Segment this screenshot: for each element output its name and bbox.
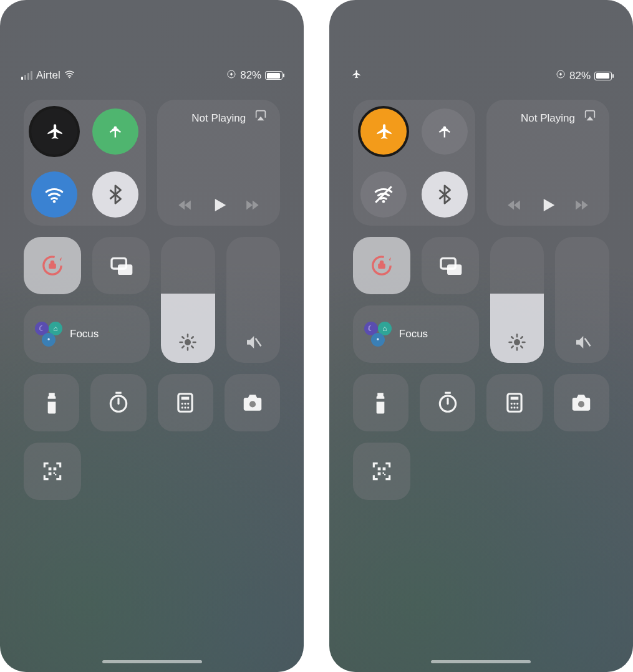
antenna-icon xyxy=(434,121,455,142)
control-center-screenshot-before: Airtel 82% xyxy=(0,0,304,672)
bluetooth-icon xyxy=(105,184,126,205)
bluetooth-toggle[interactable] xyxy=(422,171,468,218)
timer-icon xyxy=(107,391,130,415)
airplane-status-icon xyxy=(350,69,362,83)
brightness-icon xyxy=(490,333,544,352)
wifi-status-icon xyxy=(64,69,75,82)
home-indicator[interactable] xyxy=(431,660,531,663)
airplay-icon[interactable] xyxy=(583,108,597,125)
airplay-icon[interactable] xyxy=(254,108,268,125)
calculator-icon xyxy=(173,391,197,415)
rotation-lock-toggle[interactable] xyxy=(24,237,81,294)
volume-mute-icon xyxy=(226,333,281,352)
focus-label: Focus xyxy=(70,328,99,340)
status-bar: Airtel 82% xyxy=(0,69,304,82)
screen-mirroring-button[interactable] xyxy=(422,237,479,294)
cellular-data-toggle[interactable] xyxy=(92,108,138,155)
brightness-slider[interactable] xyxy=(161,237,215,363)
camera-icon xyxy=(569,391,593,415)
camera-icon xyxy=(241,391,264,415)
qr-scanner-button[interactable] xyxy=(24,443,81,500)
qr-scan-icon xyxy=(41,459,64,483)
rotation-lock-icon xyxy=(369,253,394,278)
bluetooth-toggle[interactable] xyxy=(92,171,138,218)
calculator-button[interactable] xyxy=(486,374,542,431)
calculator-icon xyxy=(503,391,526,415)
rotation-lock-toggle[interactable] xyxy=(353,237,410,294)
flashlight-icon xyxy=(369,391,392,415)
screen-mirroring-button[interactable] xyxy=(92,237,150,294)
focus-label: Focus xyxy=(399,328,428,340)
volume-slider[interactable] xyxy=(555,237,609,363)
airplane-icon xyxy=(373,121,394,142)
volume-slider[interactable] xyxy=(226,237,281,363)
calculator-button[interactable] xyxy=(158,374,213,431)
next-track-button[interactable] xyxy=(574,197,591,216)
media-module[interactable]: Not Playing xyxy=(486,100,609,226)
previous-track-button[interactable] xyxy=(505,197,521,216)
rotation-lock-status-icon xyxy=(556,69,566,82)
cellular-data-toggle[interactable] xyxy=(422,108,468,155)
bluetooth-icon xyxy=(434,184,455,205)
signal-strength-icon xyxy=(21,71,32,80)
connectivity-module[interactable] xyxy=(353,100,475,226)
flashlight-button[interactable] xyxy=(24,374,79,431)
play-button[interactable] xyxy=(538,196,557,217)
battery-percent: 82% xyxy=(569,70,591,82)
wifi-toggle[interactable] xyxy=(31,171,77,218)
previous-track-button[interactable] xyxy=(176,197,192,216)
rotation-lock-icon xyxy=(40,253,65,278)
focus-button[interactable]: ☾⌂• Focus xyxy=(24,305,150,363)
timer-button[interactable] xyxy=(90,374,146,431)
airplane-icon xyxy=(44,121,65,142)
media-module[interactable]: Not Playing xyxy=(157,100,280,226)
play-button[interactable] xyxy=(210,196,228,217)
screen-mirror-icon xyxy=(109,253,133,278)
timer-icon xyxy=(436,391,460,415)
battery-percent: 82% xyxy=(240,69,261,82)
wifi-slash-icon xyxy=(373,184,394,205)
qr-scan-icon xyxy=(370,459,394,483)
flashlight-icon xyxy=(40,391,64,415)
qr-scanner-button[interactable] xyxy=(353,443,410,500)
volume-mute-icon xyxy=(555,333,609,352)
control-center: Not Playing xyxy=(353,100,609,500)
wifi-icon xyxy=(44,184,65,205)
antenna-icon xyxy=(105,121,126,142)
brightness-icon xyxy=(161,333,215,352)
control-center-screenshot-after: 82% Not P xyxy=(329,0,633,672)
carrier-name: Airtel xyxy=(36,69,60,82)
flashlight-button[interactable] xyxy=(353,374,408,431)
airplane-mode-toggle[interactable] xyxy=(31,108,77,155)
control-center: Not Playing xyxy=(24,100,280,500)
wifi-toggle[interactable] xyxy=(360,171,407,218)
rotation-lock-status-icon xyxy=(226,69,236,82)
battery-icon xyxy=(265,71,283,80)
focus-button[interactable]: ☾⌂• Focus xyxy=(353,305,479,363)
camera-button[interactable] xyxy=(225,374,280,431)
focus-mode-icons: ☾⌂• xyxy=(364,322,392,347)
home-indicator[interactable] xyxy=(102,660,202,663)
connectivity-module[interactable] xyxy=(24,100,146,226)
battery-icon xyxy=(594,72,612,80)
screen-mirror-icon xyxy=(438,253,463,278)
camera-button[interactable] xyxy=(554,374,609,431)
brightness-slider[interactable] xyxy=(490,237,544,363)
airplane-mode-toggle[interactable] xyxy=(360,108,407,155)
next-track-button[interactable] xyxy=(245,197,261,216)
timer-button[interactable] xyxy=(420,374,475,431)
focus-mode-icons: ☾⌂• xyxy=(35,322,62,347)
status-bar: 82% xyxy=(329,69,633,83)
